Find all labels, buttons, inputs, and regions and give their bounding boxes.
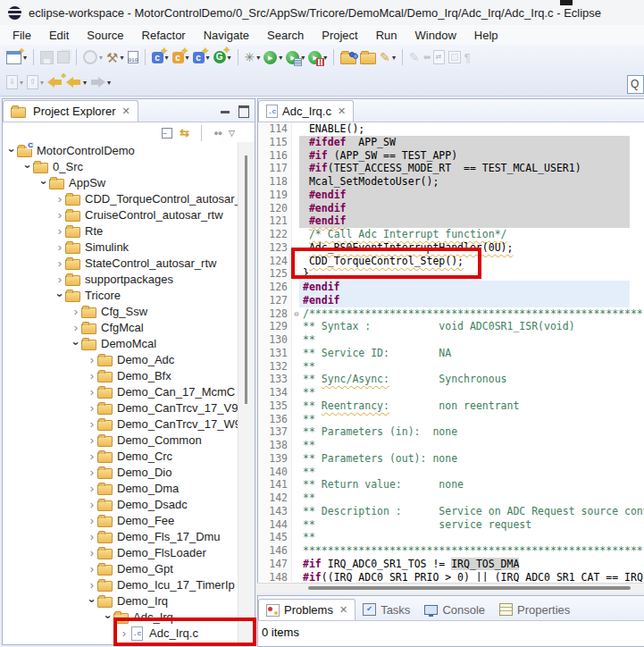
- tree-item-demo-fee[interactable]: ›Demo_Fee: [3, 512, 238, 528]
- external-tools-icon[interactable]: ▾: [83, 48, 103, 66]
- tree-item-demo-dma[interactable]: ›Demo_Dma: [3, 480, 238, 496]
- run-history-icon[interactable]: ▶▾: [286, 48, 305, 66]
- minimize-icon[interactable]: [221, 111, 230, 113]
- dropdown-arrow-icon[interactable]: ▾: [392, 54, 396, 62]
- dropdown-arrow-icon[interactable]: ▾: [40, 79, 44, 87]
- menu-help[interactable]: Help: [465, 27, 507, 44]
- code-line-146[interactable]: 146*************************************…: [258, 544, 644, 558]
- back-icon[interactable]: ▾: [66, 73, 87, 91]
- tree-item-cfg-ssw[interactable]: ›Cfg_Ssw: [3, 303, 238, 319]
- filter-icon[interactable]: ●●: [213, 129, 222, 138]
- code-line-142[interactable]: 142**: [258, 492, 644, 505]
- dropdown-arrow-icon[interactable]: ▾: [107, 79, 111, 87]
- expand-arrow-icon[interactable]: ›: [54, 256, 65, 270]
- code-line-128[interactable]: 128⊖/***********************************…: [258, 307, 644, 321]
- expand-arrow-icon[interactable]: ›: [54, 208, 65, 222]
- maximize-icon[interactable]: [238, 105, 249, 118]
- save-all-icon[interactable]: [57, 48, 70, 66]
- tree-item-demo-adc[interactable]: ›Demo_Adc: [3, 351, 238, 367]
- code-line-116[interactable]: 116 #if (APP_SW == TEST_APP): [258, 149, 644, 163]
- tab-project-explorer[interactable]: Project Explorer ✕: [3, 100, 138, 122]
- code-line-138[interactable]: 138**: [258, 439, 644, 452]
- tree-item-tricore[interactable]: ›Tricore: [3, 287, 238, 303]
- expand-arrow-icon[interactable]: ›: [87, 450, 97, 463]
- tree-scrollbar-thumb[interactable]: [245, 155, 247, 404]
- menu-project[interactable]: Project: [313, 27, 366, 44]
- next-annotation-icon[interactable]: ⇩▾: [6, 73, 23, 91]
- tree-scrollbar[interactable]: [238, 142, 255, 644]
- tree-item-demo-dsadc[interactable]: ›Demo_Dsadc: [3, 496, 238, 512]
- debug-icon[interactable]: ✳▾: [245, 48, 261, 66]
- expand-arrow-icon[interactable]: ›: [87, 369, 97, 382]
- prev-annotation-icon[interactable]: ⇧▾: [27, 73, 44, 91]
- expand-arrow-icon[interactable]: ›: [54, 224, 65, 238]
- code-line-118[interactable]: 118 Mcal_SetModetoUser();: [258, 175, 644, 189]
- expand-arrow-icon[interactable]: ›: [87, 562, 97, 576]
- tree-item-rte[interactable]: ›Rte: [3, 223, 238, 239]
- last-edit-location-icon[interactable]: ✦: [47, 73, 63, 91]
- code-line-144[interactable]: 144** service request: [258, 518, 644, 532]
- tree-item-demo-fls-17-dmu[interactable]: ›Demo_Fls_17_Dmu: [3, 528, 238, 544]
- code-line-139[interactable]: 139** Parameters (out): none: [258, 452, 644, 466]
- code-line-120[interactable]: 120 #endif: [258, 202, 644, 215]
- expand-arrow-icon[interactable]: ›: [54, 240, 65, 254]
- code-line-145[interactable]: 145**: [258, 531, 644, 544]
- code-line-137[interactable]: 137** Parameters (in): none: [258, 425, 644, 439]
- menu-source[interactable]: Source: [78, 27, 132, 44]
- new-c-file-icon[interactable]: c✦▾: [152, 48, 169, 66]
- tab-tasks[interactable]: ✔Tasks: [355, 599, 417, 620]
- close-icon[interactable]: ✕: [338, 105, 346, 117]
- menu-window[interactable]: Window: [406, 27, 465, 44]
- tab-console[interactable]: Console: [417, 599, 492, 620]
- tree-item-demo-cantrcv-17-v9[interactable]: ›Demo_CanTrcv_17_V9: [3, 399, 238, 416]
- tree-item-demo-can-17-mcmc[interactable]: ›Demo_Can_17_McmC: [3, 383, 238, 399]
- menu-run[interactable]: Run: [367, 27, 406, 44]
- highlighter-icon[interactable]: ✎▾: [380, 48, 396, 66]
- menu-file[interactable]: File: [4, 27, 40, 44]
- code-area[interactable]: 114 ENABLE();115 #ifdef APP_SW116 #if (A…: [258, 122, 644, 582]
- code-line-119[interactable]: 119 #endif: [258, 189, 644, 202]
- close-icon[interactable]: ✕: [339, 604, 347, 616]
- dropdown-arrow-icon[interactable]: ▾: [99, 54, 103, 62]
- expand-arrow-icon[interactable]: ›: [54, 192, 65, 206]
- menu-navigate[interactable]: Navigate: [195, 27, 258, 44]
- code-line-121[interactable]: 121 #endif: [258, 214, 644, 228]
- editor-hscroll-thumb[interactable]: [308, 586, 631, 590]
- collapse-all-icon[interactable]: –: [162, 128, 172, 139]
- tree-item-demo-gpt[interactable]: ›Demo_Gpt: [3, 560, 238, 576]
- tree-item-demomcal[interactable]: ›DemoMcal: [3, 335, 238, 351]
- expand-arrow-icon[interactable]: ›: [87, 401, 97, 415]
- tab-properties[interactable]: Properties: [492, 599, 577, 620]
- new-target-icon[interactable]: G✦▾: [213, 48, 231, 66]
- new-cpp-file-icon[interactable]: c✦▾: [172, 48, 189, 66]
- tree-item-demo-irq[interactable]: ›Demo_Irq: [3, 592, 238, 609]
- tree-item-statecontrol-autosar-rtw[interactable]: ›StateControl_autosar_rtw: [3, 255, 238, 271]
- new-wizard-icon[interactable]: ✦▾: [6, 48, 27, 66]
- tree-item-demo-common[interactable]: ›Demo_Common: [3, 432, 238, 448]
- expand-arrow-icon[interactable]: ›: [71, 321, 81, 334]
- code-line-147[interactable]: 147#if IRQ_ADC0_SR1_TOS != IRQ_TOS_DMA: [258, 558, 644, 571]
- code-line-129[interactable]: 129** Syntax : void ADC0SR1_ISR(void): [258, 320, 644, 333]
- build-icon[interactable]: ⚒▾: [106, 48, 123, 66]
- tree-item-demo-crc[interactable]: ›Demo_Crc: [3, 448, 238, 464]
- quick-access-box[interactable]: Q: [627, 75, 644, 94]
- code-line-131[interactable]: 131** Service ID: NA: [258, 347, 644, 360]
- code-line-135[interactable]: 135** Reentrancy: non reentrant: [258, 399, 644, 413]
- expand-arrow-icon[interactable]: ›: [87, 546, 97, 559]
- tree-item-cruisecontrol-autosar-rtw[interactable]: ›CruiseControl_autosar_rtw: [3, 206, 238, 223]
- expand-arrow-icon[interactable]: ›: [87, 417, 97, 431]
- expand-arrow-icon[interactable]: ›: [54, 273, 65, 286]
- expand-arrow-icon[interactable]: ›: [87, 530, 97, 543]
- dropdown-arrow-icon[interactable]: ▾: [120, 54, 123, 62]
- tree-item-demo-dio[interactable]: ›Demo_Dio: [3, 464, 238, 480]
- tab-problems[interactable]: Problems✕: [258, 599, 355, 620]
- code-line-122[interactable]: 122 /* Call Adc Interrupt function*/: [258, 228, 644, 241]
- expand-arrow-icon[interactable]: ›: [87, 385, 97, 399]
- menu-edit[interactable]: Edit: [40, 27, 78, 44]
- expand-arrow-icon[interactable]: ›: [87, 433, 97, 447]
- tree-item-motorcontroldemo[interactable]: ›CMotorControlDemo: [3, 142, 238, 158]
- dropdown-arrow-icon[interactable]: ▾: [20, 79, 23, 87]
- code-line-133[interactable]: 133** Sync/Async: Synchronous: [258, 373, 644, 386]
- expand-arrow-icon[interactable]: ›: [87, 578, 97, 592]
- new-c-project-icon[interactable]: c✦▾: [193, 48, 210, 66]
